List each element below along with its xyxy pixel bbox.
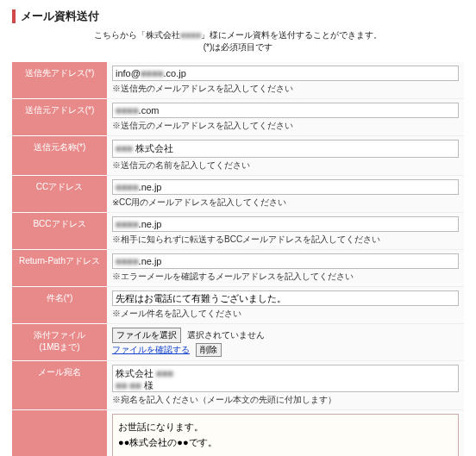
input-subject[interactable] xyxy=(112,290,459,306)
intro-prefix: こちらから「株式会社 xyxy=(94,30,180,40)
label-from: 送信元アドレス(*) xyxy=(12,99,107,136)
hint-from-name: ※送信元の名前を記入してください xyxy=(112,159,459,172)
intro-text: こちらから「株式会社■■■■」様にメール資料を送付することができます。 (*)は… xyxy=(12,29,464,53)
form-table: 送信先アドレス(*) info@■■■■.co.jp ※送信先のメールアドレスを… xyxy=(12,62,464,456)
input-from-name[interactable]: ■■■ 株式会社 xyxy=(112,140,459,158)
file-delete-button[interactable]: 削除 xyxy=(196,343,222,357)
label-to: 送信先アドレス(*) xyxy=(12,62,107,99)
label-subject: 件名(*) xyxy=(12,287,107,324)
page-title-row: メール資料送付 xyxy=(12,9,464,24)
label-attachment: 添付ファイル (1MBまで) xyxy=(12,324,107,361)
hint-return-path: ※エラーメールを確認するメールアドレスを記入してください xyxy=(112,271,459,283)
file-status: 選択されていません xyxy=(187,330,265,340)
input-return-path[interactable]: ■■■■.ne.jp xyxy=(112,253,459,269)
label-from-name: 送信元名称(*) xyxy=(12,136,107,176)
hint-greeting: ※宛名を記入ください（メール本文の先頭に付加します） xyxy=(112,394,459,406)
input-to[interactable]: info@■■■■.co.jp xyxy=(112,66,459,81)
hint-cc: ※CC用のメールアドレスを記入してください xyxy=(112,197,459,209)
hint-bcc: ※相手に知られずに転送するBCCメールアドレスを記入してください xyxy=(112,234,459,246)
input-greeting[interactable]: 株式会社 ■■■ ■■ ■■ 様 xyxy=(112,365,459,392)
file-confirm-link[interactable]: ファイルを確認する xyxy=(112,345,190,354)
hint-to: ※送信先のメールアドレスを記入してください xyxy=(112,83,459,95)
input-cc[interactable]: ■■■■.ne.jp xyxy=(112,179,459,195)
input-bcc[interactable]: ■■■■.ne.jp xyxy=(112,216,459,232)
hint-from: ※送信元のメールアドレスを記入してください xyxy=(112,120,459,132)
file-select-button[interactable]: ファイルを選択 xyxy=(112,328,181,343)
label-cc: CCアドレス xyxy=(12,176,107,213)
label-return-path: Return-Pathアドレス xyxy=(12,250,107,287)
required-note: (*)は必須項目です xyxy=(204,42,273,52)
page-title: メール資料送付 xyxy=(21,9,99,24)
label-greeting: メール宛名 xyxy=(12,361,107,410)
title-accent-bar xyxy=(12,9,16,23)
input-from[interactable]: ■■■■.com xyxy=(112,103,459,118)
hint-subject: ※メール件名を記入してください xyxy=(112,308,459,320)
label-bcc: BCCアドレス xyxy=(12,213,107,250)
intro-suffix: 」様にメール資料を送付することができます。 xyxy=(201,30,382,40)
textarea-body[interactable] xyxy=(112,414,459,456)
label-body: メール本文(*) xyxy=(12,410,107,457)
intro-company-masked: ■■■■ xyxy=(180,30,201,40)
